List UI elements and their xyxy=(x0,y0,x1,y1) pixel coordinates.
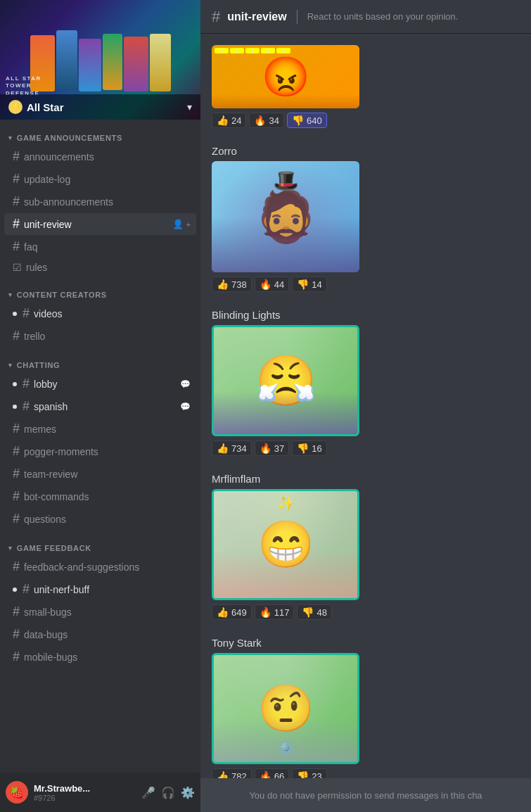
channel-item-questions[interactable]: # questions xyxy=(4,508,196,530)
channel-item-unit-nerf-buff[interactable]: # unit-nerf-buff xyxy=(4,578,196,600)
unit-name-zorro: Zorro xyxy=(212,145,520,157)
reaction-thumbsdown[interactable]: 👎 48 xyxy=(297,604,331,620)
unit-entry-tony-stark: Tony Stark 🤨 ⚙️ 👍 782 🔥 66 👎 xyxy=(212,637,520,778)
reactions-mrflimflam: 👍 649 🔥 117 👎 48 xyxy=(212,604,520,620)
server-icon: ⭐ xyxy=(8,100,23,114)
chevron-icon: ▾ xyxy=(8,545,13,552)
hash-icon: # xyxy=(13,239,20,254)
hash-icon: # xyxy=(13,627,20,642)
unit-image-naruto: 😡 9 9 9 9 9 xyxy=(212,45,359,108)
channel-name: announcements xyxy=(24,151,191,163)
reaction-thumbsdown[interactable]: 👎 14 xyxy=(292,277,326,292)
hash-icon: # xyxy=(13,649,20,664)
reaction-thumbsup[interactable]: 👍 782 xyxy=(212,768,252,778)
category-content-creators: ▾ CONTENT CREATORS # videos # trello xyxy=(0,288,200,347)
reaction-thumbsup[interactable]: 👍 734 xyxy=(212,440,252,456)
channel-item-feedback-and-suggestions[interactable]: # feedback-and-suggestions xyxy=(4,556,196,578)
reaction-thumbsdown[interactable]: 👎 16 xyxy=(292,440,326,456)
channel-item-data-bugs[interactable]: # data-bugs xyxy=(4,623,196,645)
channel-name: videos xyxy=(34,308,191,319)
channel-name: faq xyxy=(24,241,191,253)
reaction-thumbsup[interactable]: 👍 24 xyxy=(212,113,246,128)
reaction-fire[interactable]: 🔥 66 xyxy=(255,768,289,778)
unit-image-zorro: 🧔 🎩 xyxy=(212,161,359,272)
category-header-chatting[interactable]: ▾ CHATTING xyxy=(0,358,200,372)
reaction-fire[interactable]: 🔥 37 xyxy=(255,440,289,456)
channel-name: small-bugs xyxy=(24,607,191,618)
reaction-fire[interactable]: 🔥 34 xyxy=(249,113,283,128)
hash-icon: # xyxy=(13,559,20,574)
unit-name-tony-stark: Tony Stark xyxy=(212,637,520,649)
hash-icon: # xyxy=(13,489,20,504)
header-channel-name: unit-review xyxy=(227,11,286,23)
unread-dot xyxy=(13,405,17,409)
channel-item-memes[interactable]: # memes xyxy=(4,418,196,440)
category-header-game-announcements[interactable]: ▾ GAME ANNOUNCEMENTS xyxy=(0,131,200,145)
channel-name: data-bugs xyxy=(24,629,191,640)
channel-item-lobby[interactable]: # lobby 💬 xyxy=(4,373,196,395)
hash-icon: # xyxy=(13,194,20,209)
channel-item-bot-commands[interactable]: # bot-commands xyxy=(4,486,196,507)
unit-name-mrflimflam: Mrflimflam xyxy=(212,473,520,485)
channel-item-sub-announcements[interactable]: # sub-announcements xyxy=(4,191,196,212)
channel-name: mobile-bugs xyxy=(24,652,191,663)
unit-name-blinding-lights: Blinding Lights xyxy=(212,309,520,321)
server-header: ALL STARTOWERDEFENSE ⭐ All Star ▾ xyxy=(0,0,200,120)
chat-badge: 💬 xyxy=(180,379,191,389)
unread-dot xyxy=(13,588,17,592)
reaction-thumbsup[interactable]: 👍 738 xyxy=(212,277,252,292)
reaction-fire[interactable]: 🔥 44 xyxy=(255,277,289,292)
server-name: All Star xyxy=(27,101,64,113)
server-dropdown-arrow[interactable]: ▾ xyxy=(187,101,192,113)
reactions-blinding-lights: 👍 734 🔥 37 👎 16 xyxy=(212,440,520,456)
channel-name: feedback-and-suggestions xyxy=(24,562,191,573)
no-permission-bar: You do not have permission to send messa… xyxy=(200,778,531,812)
chevron-icon: ▾ xyxy=(8,291,13,298)
channel-item-faq[interactable]: # faq xyxy=(4,236,196,258)
add-member-icon[interactable]: 👤+ xyxy=(172,219,191,229)
unit-entry-mrflimflam: Mrflimflam 😁 ✨ 👍 649 🔥 117 👎 xyxy=(212,473,520,620)
channel-name: rules xyxy=(26,262,191,273)
settings-icon[interactable]: ⚙️ xyxy=(181,786,195,799)
channel-name: unit-review xyxy=(24,219,168,230)
channel-item-mobile-bugs[interactable]: # mobile-bugs xyxy=(4,646,196,668)
channel-item-team-review[interactable]: # team-review xyxy=(4,463,196,485)
channel-item-update-log[interactable]: # update-log xyxy=(4,168,196,190)
channel-item-videos[interactable]: # videos xyxy=(4,303,196,324)
channel-item-small-bugs[interactable]: # small-bugs xyxy=(4,601,196,623)
deafen-icon[interactable]: 🎧 xyxy=(161,786,175,799)
channel-item-pogger-moments[interactable]: # pogger-moments xyxy=(4,440,196,462)
mute-icon[interactable]: 🎤 xyxy=(141,786,155,799)
reaction-fire[interactable]: 🔥 117 xyxy=(255,604,295,620)
user-bar: 🍓 Mr.Strawbe... #9726 🎤 🎧 ⚙️ xyxy=(0,773,200,812)
channel-item-announcements[interactable]: # announcements xyxy=(4,146,196,167)
header-description: React to units based on your opinion. xyxy=(307,11,459,22)
channel-item-rules[interactable]: ☑ rules xyxy=(4,258,196,277)
channel-item-spanish[interactable]: # spanish 💬 xyxy=(4,395,196,417)
channel-name: team-review xyxy=(24,469,191,480)
checkbox-icon: ☑ xyxy=(13,262,22,273)
channel-item-trello[interactable]: # trello xyxy=(4,325,196,347)
server-name-bar[interactable]: ⭐ All Star ▾ xyxy=(0,94,200,120)
channel-item-unit-review[interactable]: # unit-review 👤+ xyxy=(4,213,196,235)
hash-icon: # xyxy=(13,467,20,481)
messages-area[interactable]: 😡 9 9 9 9 9 👍 24 🔥 34 xyxy=(200,34,531,778)
reaction-thumbsdown[interactable]: 👎 640 xyxy=(287,113,327,128)
channel-name: sub-announcements xyxy=(24,196,191,208)
reaction-thumbsup[interactable]: 👍 649 xyxy=(212,604,252,620)
reactions-tony-stark: 👍 782 🔥 66 👎 23 xyxy=(212,768,520,778)
chevron-icon: ▾ xyxy=(8,134,13,141)
hash-icon: # xyxy=(13,329,20,343)
server-banner: ALL STARTOWERDEFENSE ⭐ All Star ▾ xyxy=(0,0,200,120)
category-header-game-feedback[interactable]: ▾ GAME FEEDBACK xyxy=(0,541,200,555)
chevron-icon: ▾ xyxy=(8,362,13,369)
user-tag: #9726 xyxy=(34,794,136,802)
reaction-thumbsdown[interactable]: 👎 23 xyxy=(292,768,326,778)
category-header-content-creators[interactable]: ▾ CONTENT CREATORS xyxy=(0,288,200,302)
user-avatar: 🍓 xyxy=(6,781,28,804)
hash-icon: # xyxy=(13,217,20,231)
reactions-zorro: 👍 738 🔥 44 👎 14 xyxy=(212,277,520,292)
hash-icon: # xyxy=(13,172,20,186)
unread-dot xyxy=(13,312,17,316)
unit-image-blinding-lights: 😤 xyxy=(212,325,359,436)
